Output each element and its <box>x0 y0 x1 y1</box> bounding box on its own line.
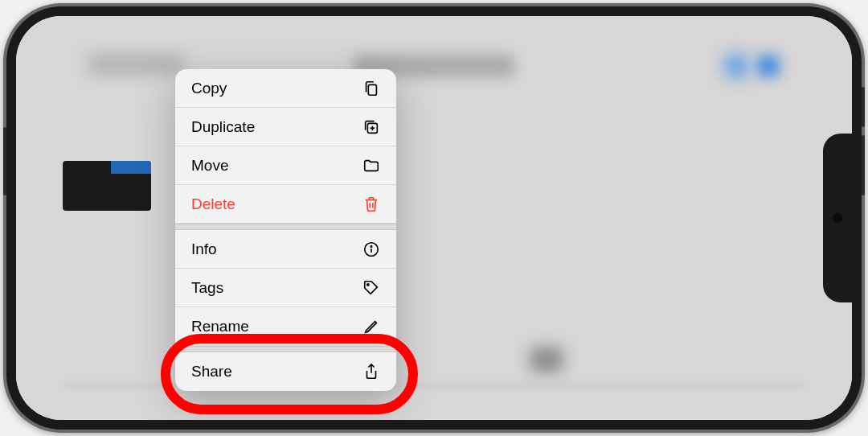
svg-point-9 <box>367 283 369 285</box>
blurred-divider <box>64 385 804 386</box>
tag-icon <box>362 279 380 297</box>
context-menu: Copy Duplicate <box>175 69 396 391</box>
menu-item-label: Copy <box>191 80 227 97</box>
camera-icon <box>833 213 842 223</box>
menu-item-label: Duplicate <box>191 118 255 136</box>
menu-item-label: Rename <box>191 318 249 335</box>
tags-menu-item[interactable]: Tags <box>175 269 396 307</box>
menu-separator <box>175 346 396 352</box>
file-thumbnail[interactable] <box>63 161 151 211</box>
menu-item-label: Delete <box>191 195 235 213</box>
info-menu-item[interactable]: Info <box>175 230 396 269</box>
menu-item-label: Info <box>191 241 217 258</box>
copy-menu-item[interactable]: Copy <box>175 69 396 108</box>
delete-menu-item[interactable]: Delete <box>175 185 396 224</box>
trash-icon <box>362 195 380 213</box>
blurred-toolbar-icon <box>725 55 747 77</box>
move-menu-item[interactable]: Move <box>175 146 396 185</box>
menu-item-label: Move <box>191 157 228 175</box>
thumbnail-titlebar <box>111 161 151 174</box>
pencil-icon <box>362 318 380 335</box>
svg-rect-0 <box>368 84 376 95</box>
volume-down-button <box>862 135 865 195</box>
blurred-content <box>530 348 563 372</box>
duplicate-menu-item[interactable]: Duplicate <box>175 108 396 146</box>
menu-separator <box>175 224 396 230</box>
volume-up-button <box>862 87 865 127</box>
blurred-toolbar-icon <box>757 55 780 77</box>
iphone-frame: Copy Duplicate <box>6 6 862 430</box>
blurred-back-button <box>88 55 185 74</box>
copy-icon <box>362 80 380 97</box>
share-icon <box>362 363 380 380</box>
menu-item-label: Tags <box>191 279 223 297</box>
background-blur <box>16 16 852 420</box>
power-button <box>3 127 6 195</box>
share-menu-item[interactable]: Share <box>175 352 396 391</box>
duplicate-icon <box>362 118 380 136</box>
notch <box>823 134 852 302</box>
folder-icon <box>362 157 380 175</box>
svg-point-8 <box>371 245 371 246</box>
info-icon <box>362 241 380 258</box>
menu-item-label: Share <box>191 363 232 380</box>
screen: Copy Duplicate <box>16 16 852 420</box>
rename-menu-item[interactable]: Rename <box>175 307 396 346</box>
